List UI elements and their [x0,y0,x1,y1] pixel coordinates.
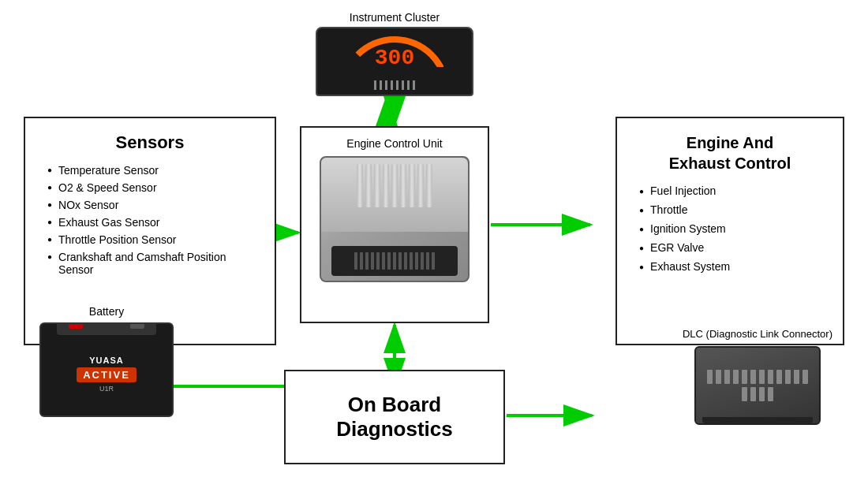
battery-image: YUASA ACTIVE U1R [39,322,174,417]
exhaust-list: Fuel Injection Throttle Ignition System … [633,184,827,273]
ecu-fin [409,164,415,207]
dlc-pin [759,387,765,401]
exhaust-item-3: Ignition System [639,222,827,235]
obd-box: On BoardDiagnostics [284,370,505,464]
dlc-pin [785,370,791,384]
sensor-item-2: O2 & Speed Sensor [47,181,259,194]
instrument-cluster-visual: 300 [316,27,473,96]
connector-pin [393,252,396,270]
dlc-pin [733,370,739,384]
ecu-fin [365,164,372,207]
connector-pin [404,252,407,270]
gauge-mark [407,80,410,90]
connector-pin [354,252,357,270]
exhaust-item-2: Throttle [639,203,827,216]
ecu-fins [357,164,432,207]
dlc-label: DLC (Diagnostic Link Connector) [683,328,832,340]
ecu-fin [357,164,363,207]
battery-terminal-positive [69,322,83,329]
sensors-title: Sensors [41,132,259,153]
dlc-pin [750,387,756,401]
connector-pin [371,252,374,270]
instrument-cluster-label: Instrument Cluster [350,11,440,24]
ecu-fin [400,164,406,207]
ecu-fin [374,164,380,207]
exhaust-item-1: Fuel Injection [639,184,827,197]
ecu-image [320,156,470,282]
battery-terminal-negative [130,322,144,329]
connector-pin [410,252,413,270]
diagram: Instrument Cluster 300 Sensors Temperatu… [0,0,868,488]
gauge-mark [402,80,404,90]
dlc-section: DLC (Diagnostic Link Connector) [679,328,836,425]
dlc-pin [707,370,713,384]
battery-brand: YUASA [89,356,124,365]
obd-title: On BoardDiagnostics [336,393,452,441]
gauge-marks [317,80,472,90]
exhaust-item-5: Exhaust System [639,260,827,273]
connector-pin [382,252,385,270]
sensor-item-1: Temperature Sensor [47,164,259,177]
sensors-list: Temperature Sensor O2 & Speed Sensor NOx… [41,164,259,276]
ecu-fin [417,164,424,207]
ecu-fin [426,164,432,207]
sensor-item-6: Crankshaft and Camshaft Position Sensor [47,251,259,276]
sensor-item-3: NOx Sensor [47,199,259,211]
gauge-mark [396,80,398,90]
battery-code: U1R [99,385,114,393]
dlc-pin [759,370,765,384]
dlc-image [694,346,821,425]
instrument-cluster: Instrument Cluster 300 [308,11,481,98]
connector-pin [415,252,418,270]
gauge-mark [385,80,387,90]
speed-display: 300 [375,46,414,70]
dlc-pin [742,387,747,401]
dlc-pin [803,370,808,384]
connector-pin [432,252,435,270]
connector-pin [376,252,380,270]
battery-model: ACTIVE [77,367,137,382]
dlc-pin [776,370,782,384]
connector-pin [365,252,369,270]
connector-pin [398,252,402,270]
connector-pin [421,252,424,270]
sensor-item-5: Throttle Position Sensor [47,233,259,246]
ecu-fin [391,164,398,207]
battery-section: Battery YUASA ACTIVE U1R [32,305,181,417]
ecu-label: Engine Control Unit [346,137,442,150]
connector-pin [360,252,363,270]
exhaust-item-4: EGR Valve [639,241,827,254]
dlc-pin [768,370,773,384]
dlc-pin [794,370,799,384]
dlc-pin [724,370,730,384]
ecu-box: Engine Control Unit [300,126,489,323]
ecu-connector [331,246,458,276]
gauge-mark [374,80,376,90]
dlc-pin [768,387,773,401]
connector-pin [387,252,391,270]
exhaust-box: Engine AndExhaust Control Fuel Injection… [615,117,844,345]
gauge-mark [391,80,393,90]
dlc-pin [742,370,747,384]
dlc-pin [750,370,756,384]
dlc-pins [706,370,809,401]
battery-label: Battery [89,305,124,318]
gauge-mark [413,80,415,90]
exhaust-title: Engine AndExhaust Control [633,132,827,173]
dlc-pin [716,370,721,384]
sensor-item-4: Exhaust Gas Sensor [47,216,259,229]
ecu-fin [383,164,389,207]
gauge-mark [380,80,382,90]
connector-pin [426,252,429,270]
